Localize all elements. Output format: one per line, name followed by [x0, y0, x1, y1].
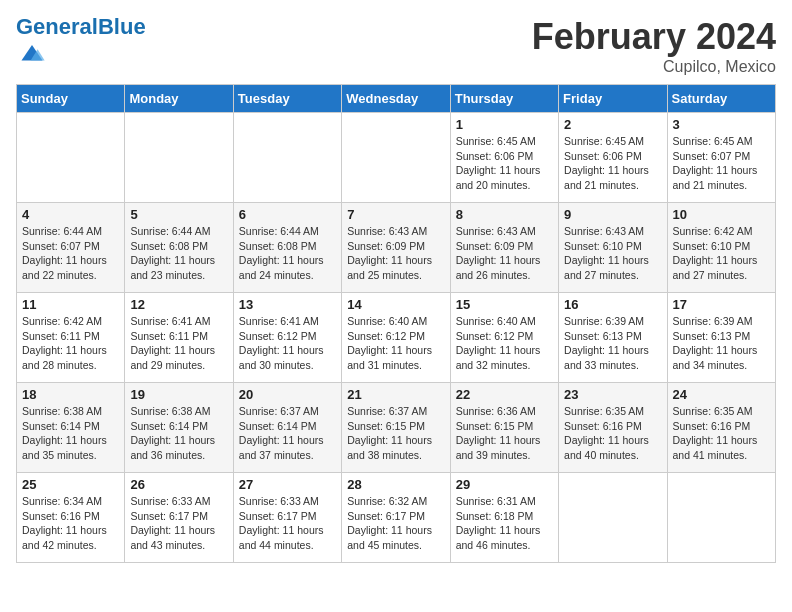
day-info: Sunrise: 6:45 AM Sunset: 6:07 PM Dayligh… — [673, 134, 770, 193]
day-number: 15 — [456, 297, 553, 312]
weekday-monday: Monday — [125, 85, 233, 113]
day-cell — [342, 113, 450, 203]
day-info: Sunrise: 6:39 AM Sunset: 6:13 PM Dayligh… — [673, 314, 770, 373]
day-info: Sunrise: 6:41 AM Sunset: 6:12 PM Dayligh… — [239, 314, 336, 373]
day-info: Sunrise: 6:44 AM Sunset: 6:07 PM Dayligh… — [22, 224, 119, 283]
day-number: 13 — [239, 297, 336, 312]
day-number: 22 — [456, 387, 553, 402]
day-cell: 26Sunrise: 6:33 AM Sunset: 6:17 PM Dayli… — [125, 473, 233, 563]
day-cell — [17, 113, 125, 203]
week-row-4: 18Sunrise: 6:38 AM Sunset: 6:14 PM Dayli… — [17, 383, 776, 473]
day-info: Sunrise: 6:31 AM Sunset: 6:18 PM Dayligh… — [456, 494, 553, 553]
weekday-tuesday: Tuesday — [233, 85, 341, 113]
day-cell: 14Sunrise: 6:40 AM Sunset: 6:12 PM Dayli… — [342, 293, 450, 383]
day-cell: 21Sunrise: 6:37 AM Sunset: 6:15 PM Dayli… — [342, 383, 450, 473]
calendar-title: February 2024 — [532, 16, 776, 58]
day-number: 17 — [673, 297, 770, 312]
day-number: 3 — [673, 117, 770, 132]
day-info: Sunrise: 6:40 AM Sunset: 6:12 PM Dayligh… — [456, 314, 553, 373]
day-info: Sunrise: 6:38 AM Sunset: 6:14 PM Dayligh… — [130, 404, 227, 463]
day-number: 7 — [347, 207, 444, 222]
day-info: Sunrise: 6:33 AM Sunset: 6:17 PM Dayligh… — [130, 494, 227, 553]
day-info: Sunrise: 6:43 AM Sunset: 6:10 PM Dayligh… — [564, 224, 661, 283]
day-cell: 11Sunrise: 6:42 AM Sunset: 6:11 PM Dayli… — [17, 293, 125, 383]
day-cell: 9Sunrise: 6:43 AM Sunset: 6:10 PM Daylig… — [559, 203, 667, 293]
day-cell: 16Sunrise: 6:39 AM Sunset: 6:13 PM Dayli… — [559, 293, 667, 383]
week-row-5: 25Sunrise: 6:34 AM Sunset: 6:16 PM Dayli… — [17, 473, 776, 563]
day-number: 27 — [239, 477, 336, 492]
day-cell: 18Sunrise: 6:38 AM Sunset: 6:14 PM Dayli… — [17, 383, 125, 473]
day-cell: 12Sunrise: 6:41 AM Sunset: 6:11 PM Dayli… — [125, 293, 233, 383]
day-info: Sunrise: 6:42 AM Sunset: 6:11 PM Dayligh… — [22, 314, 119, 373]
day-cell: 22Sunrise: 6:36 AM Sunset: 6:15 PM Dayli… — [450, 383, 558, 473]
day-cell: 29Sunrise: 6:31 AM Sunset: 6:18 PM Dayli… — [450, 473, 558, 563]
day-cell: 13Sunrise: 6:41 AM Sunset: 6:12 PM Dayli… — [233, 293, 341, 383]
weekday-friday: Friday — [559, 85, 667, 113]
day-cell: 4Sunrise: 6:44 AM Sunset: 6:07 PM Daylig… — [17, 203, 125, 293]
weekday-saturday: Saturday — [667, 85, 775, 113]
day-cell: 19Sunrise: 6:38 AM Sunset: 6:14 PM Dayli… — [125, 383, 233, 473]
day-info: Sunrise: 6:39 AM Sunset: 6:13 PM Dayligh… — [564, 314, 661, 373]
day-number: 19 — [130, 387, 227, 402]
day-number: 18 — [22, 387, 119, 402]
day-info: Sunrise: 6:43 AM Sunset: 6:09 PM Dayligh… — [347, 224, 444, 283]
day-number: 25 — [22, 477, 119, 492]
day-number: 28 — [347, 477, 444, 492]
day-number: 9 — [564, 207, 661, 222]
day-info: Sunrise: 6:35 AM Sunset: 6:16 PM Dayligh… — [564, 404, 661, 463]
day-info: Sunrise: 6:44 AM Sunset: 6:08 PM Dayligh… — [130, 224, 227, 283]
day-info: Sunrise: 6:41 AM Sunset: 6:11 PM Dayligh… — [130, 314, 227, 373]
day-number: 12 — [130, 297, 227, 312]
day-number: 29 — [456, 477, 553, 492]
day-info: Sunrise: 6:32 AM Sunset: 6:17 PM Dayligh… — [347, 494, 444, 553]
day-cell: 3Sunrise: 6:45 AM Sunset: 6:07 PM Daylig… — [667, 113, 775, 203]
day-info: Sunrise: 6:33 AM Sunset: 6:17 PM Dayligh… — [239, 494, 336, 553]
day-number: 14 — [347, 297, 444, 312]
calendar-table: SundayMondayTuesdayWednesdayThursdayFrid… — [16, 84, 776, 563]
day-info: Sunrise: 6:43 AM Sunset: 6:09 PM Dayligh… — [456, 224, 553, 283]
weekday-wednesday: Wednesday — [342, 85, 450, 113]
page-header: GeneralBlue February 2024 Cupilco, Mexic… — [16, 16, 776, 76]
day-info: Sunrise: 6:44 AM Sunset: 6:08 PM Dayligh… — [239, 224, 336, 283]
day-cell: 6Sunrise: 6:44 AM Sunset: 6:08 PM Daylig… — [233, 203, 341, 293]
weekday-thursday: Thursday — [450, 85, 558, 113]
day-info: Sunrise: 6:37 AM Sunset: 6:14 PM Dayligh… — [239, 404, 336, 463]
day-number: 20 — [239, 387, 336, 402]
day-number: 11 — [22, 297, 119, 312]
day-cell — [125, 113, 233, 203]
day-cell: 5Sunrise: 6:44 AM Sunset: 6:08 PM Daylig… — [125, 203, 233, 293]
day-info: Sunrise: 6:35 AM Sunset: 6:16 PM Dayligh… — [673, 404, 770, 463]
weekday-header-row: SundayMondayTuesdayWednesdayThursdayFrid… — [17, 85, 776, 113]
day-cell: 17Sunrise: 6:39 AM Sunset: 6:13 PM Dayli… — [667, 293, 775, 383]
day-cell: 1Sunrise: 6:45 AM Sunset: 6:06 PM Daylig… — [450, 113, 558, 203]
day-cell — [667, 473, 775, 563]
week-row-2: 4Sunrise: 6:44 AM Sunset: 6:07 PM Daylig… — [17, 203, 776, 293]
day-info: Sunrise: 6:36 AM Sunset: 6:15 PM Dayligh… — [456, 404, 553, 463]
day-number: 4 — [22, 207, 119, 222]
day-number: 6 — [239, 207, 336, 222]
day-cell: 8Sunrise: 6:43 AM Sunset: 6:09 PM Daylig… — [450, 203, 558, 293]
day-info: Sunrise: 6:45 AM Sunset: 6:06 PM Dayligh… — [564, 134, 661, 193]
day-info: Sunrise: 6:34 AM Sunset: 6:16 PM Dayligh… — [22, 494, 119, 553]
day-info: Sunrise: 6:37 AM Sunset: 6:15 PM Dayligh… — [347, 404, 444, 463]
day-cell: 10Sunrise: 6:42 AM Sunset: 6:10 PM Dayli… — [667, 203, 775, 293]
day-info: Sunrise: 6:40 AM Sunset: 6:12 PM Dayligh… — [347, 314, 444, 373]
day-cell — [233, 113, 341, 203]
day-cell: 7Sunrise: 6:43 AM Sunset: 6:09 PM Daylig… — [342, 203, 450, 293]
logo-blue: Blue — [98, 14, 146, 39]
day-number: 10 — [673, 207, 770, 222]
day-number: 23 — [564, 387, 661, 402]
day-cell: 24Sunrise: 6:35 AM Sunset: 6:16 PM Dayli… — [667, 383, 775, 473]
day-cell: 23Sunrise: 6:35 AM Sunset: 6:16 PM Dayli… — [559, 383, 667, 473]
day-cell: 27Sunrise: 6:33 AM Sunset: 6:17 PM Dayli… — [233, 473, 341, 563]
day-number: 24 — [673, 387, 770, 402]
logo-general: General — [16, 14, 98, 39]
day-number: 26 — [130, 477, 227, 492]
day-info: Sunrise: 6:45 AM Sunset: 6:06 PM Dayligh… — [456, 134, 553, 193]
day-info: Sunrise: 6:42 AM Sunset: 6:10 PM Dayligh… — [673, 224, 770, 283]
week-row-3: 11Sunrise: 6:42 AM Sunset: 6:11 PM Dayli… — [17, 293, 776, 383]
week-row-1: 1Sunrise: 6:45 AM Sunset: 6:06 PM Daylig… — [17, 113, 776, 203]
day-number: 5 — [130, 207, 227, 222]
day-cell: 28Sunrise: 6:32 AM Sunset: 6:17 PM Dayli… — [342, 473, 450, 563]
logo-icon — [18, 38, 46, 66]
